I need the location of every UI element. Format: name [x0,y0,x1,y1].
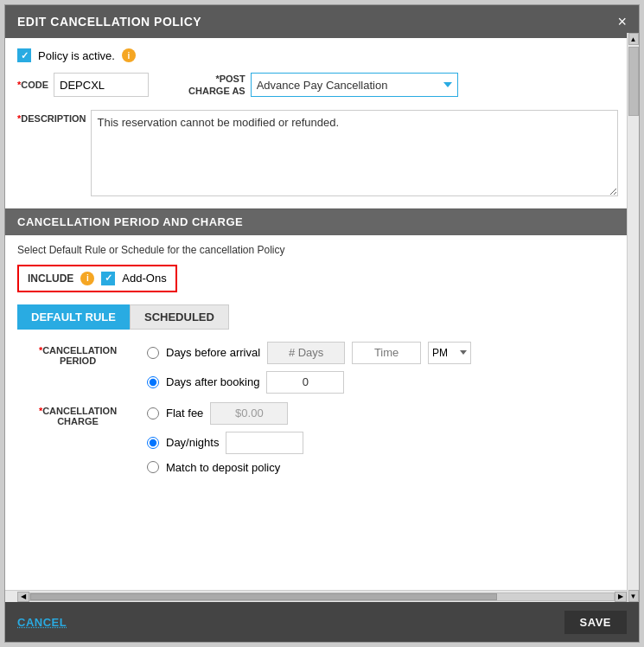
vertical-scrollbar[interactable]: ▲ ▼ [627,33,639,602]
cancellation-grid: *CANCELLATIONPERIOD Days before arrival … [17,342,618,474]
policy-active-row: Policy is active. i [17,48,618,62]
days-after-booking-label: Days after booking [166,375,259,388]
include-box: INCLUDE i Add-Ons [17,265,177,292]
flat-fee-label: Flat fee [166,407,203,420]
scroll-h-track[interactable] [29,593,615,601]
code-input[interactable] [54,73,149,97]
scroll-thumb[interactable] [628,47,639,116]
tab-scheduled[interactable]: SCHEDULED [130,304,229,330]
cancellation-charge-label: *CANCELLATIONCHARGE [17,402,138,474]
dialog-title: EDIT CANCELLATION POLICY [17,15,201,29]
policy-active-info-icon[interactable]: i [122,48,136,62]
scroll-left-arrow[interactable]: ◀ [17,592,29,602]
include-label: INCLUDE [28,272,73,285]
days-before-arrival-row: Days before arrival PM AM [147,342,618,364]
description-textarea[interactable]: This reservation cannot be modified or r… [91,110,618,196]
section-header: CANCELLATION PERIOD AND CHARGE [5,208,630,235]
edit-cancellation-dialog: EDIT CANCELLATION POLICY × ▲ ▼ Policy is… [4,4,640,643]
post-charge-select[interactable]: Advance Pay Cancellation [251,73,458,97]
daynights-input[interactable] [226,432,303,454]
daynights-label: Day/nights [166,436,219,449]
days-after-booking-row: Days after booking [147,371,618,394]
code-label: *CODE [17,80,48,90]
cancel-button[interactable]: CANCEL [17,616,67,629]
addons-label: Add-Ons [122,272,166,285]
select-rule-text: Select Default Rule or Schedule for the … [17,244,618,256]
title-bar: EDIT CANCELLATION POLICY × [5,5,639,38]
horizontal-scrollbar[interactable]: ◀ ▶ [5,590,639,602]
days-after-booking-radio[interactable] [147,376,159,388]
match-deposit-row: Match to deposit policy [147,461,618,474]
scroll-h-thumb[interactable] [30,593,497,600]
tabs-row: DEFAULT RULE SCHEDULED [17,304,618,330]
tab-default-rule[interactable]: DEFAULT RULE [17,304,130,330]
code-postcharge-row: *CODE *POST CHARGE AS Advance Pay Cancel… [17,73,618,98]
cancellation-period-label: *CANCELLATIONPERIOD [17,342,138,394]
match-deposit-label: Match to deposit policy [166,461,280,474]
description-label: *DESCRIPTION [17,113,86,124]
description-group: *DESCRIPTION This reservation cannot be … [17,110,618,196]
post-charge-label: *POST CHARGE AS [188,73,245,98]
policy-active-label: Policy is active. [38,49,115,62]
scroll-up-arrow[interactable]: ▲ [628,33,639,45]
save-button[interactable]: SAVE [564,611,627,634]
addons-checkbox[interactable] [101,272,115,285]
days-before-arrival-label: Days before arrival [166,346,260,359]
daynights-row: Day/nights [147,432,618,454]
close-button[interactable]: × [617,14,627,29]
scroll-right-arrow[interactable]: ▶ [615,592,627,602]
days-after-booking-input[interactable] [266,371,344,394]
policy-active-checkbox[interactable] [17,48,31,62]
flat-fee-row: Flat fee [147,402,618,425]
bottom-bar: CANCEL SAVE [5,602,639,642]
cancellation-period-content: Days before arrival PM AM Days after boo… [147,342,618,394]
time-input[interactable] [352,342,421,364]
days-before-arrival-radio[interactable] [147,347,159,359]
scroll-down-arrow[interactable]: ▼ [628,590,639,602]
content-area: Policy is active. i *CODE *POST CHARGE A… [5,38,639,590]
flat-fee-radio[interactable] [147,407,159,420]
code-field-group: *CODE [17,73,149,97]
match-deposit-radio[interactable] [147,461,159,473]
flat-fee-input[interactable] [210,402,288,425]
post-charge-group: *POST CHARGE AS Advance Pay Cancellation [188,73,458,98]
ampm-select[interactable]: PM AM [428,342,471,364]
include-info-icon[interactable]: i [80,272,94,285]
days-input[interactable] [267,342,345,364]
cancellation-charge-content: Flat fee Day/nights Match to deposit pol… [147,402,618,474]
daynights-radio[interactable] [147,437,159,449]
